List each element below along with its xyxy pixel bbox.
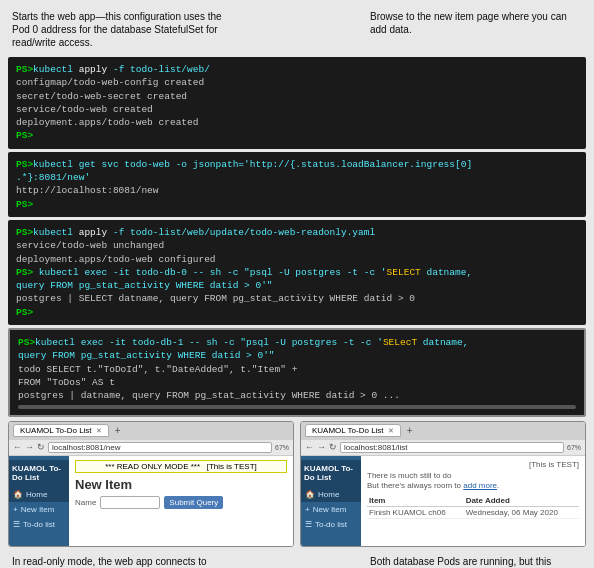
test-label-left: [This is TEST]: [207, 462, 257, 471]
todo-msg-period: .: [497, 481, 499, 490]
todo-msg-line1: There is much still to do: [367, 471, 451, 480]
app-title-left: KUAMOL To-Do List: [9, 460, 69, 487]
callout-bottom-right: Both database Pods are running, but this…: [366, 553, 586, 568]
output-configmap: configmap/todo-web-config created: [16, 77, 204, 88]
browser-screenshots-row: KUAMOL To-Do List ✕ + ← → ↻ localhost:80…: [8, 421, 586, 547]
nav-back-right[interactable]: ←: [305, 442, 314, 452]
sidebar-home-left[interactable]: 🏠 Home: [9, 487, 69, 502]
sidebar-todolist-right[interactable]: ☰ To-do list: [301, 517, 361, 532]
ps-prompt-7: PS>: [16, 307, 33, 318]
newitem-label-left: New Item: [21, 505, 55, 514]
browser-tab-left[interactable]: KUAMOL To-Do List ✕: [13, 424, 109, 437]
readonly-banner-left: *** READ ONLY MODE *** [This is TEST]: [75, 460, 287, 473]
terminal-block-1: PS>kubectl apply -f todo-list/web/ confi…: [8, 57, 586, 149]
cmd-get-svc: kubectl get svc todo-web -o jsonpath='ht…: [33, 159, 472, 170]
plus-icon-right: +: [305, 505, 310, 514]
output-postgres-2: postgres | datname, query FROM pg_stat_a…: [18, 390, 400, 401]
list-icon-right: ☰: [305, 520, 312, 529]
nav-refresh-left[interactable]: ↻: [37, 442, 45, 452]
callout-top-right: Browse to the new item page where you ca…: [366, 8, 586, 51]
readonly-text-left: *** READ ONLY MODE ***: [105, 462, 200, 471]
nav-forward-right[interactable]: →: [317, 442, 326, 452]
sidebar-newitem-right[interactable]: + New Item: [301, 502, 361, 517]
terminal-scrollbar[interactable]: [18, 405, 576, 409]
tab-close-right[interactable]: ✕: [388, 427, 394, 434]
tab-new-left[interactable]: +: [112, 425, 124, 436]
tab-close-left[interactable]: ✕: [96, 427, 102, 434]
list-icon-left: ☰: [13, 520, 20, 529]
cmd-apply-readonly: kubectl apply -f todo-list/web/update/to…: [33, 227, 375, 238]
cmd-exec-db1: kubectl exec -it todo-db-1 -- sh -c "psq…: [35, 337, 468, 348]
browser-nav-right: ← → ↻ localhost:8081/list 67%: [301, 440, 585, 456]
ps-prompt-8: PS>: [18, 337, 35, 348]
zoom-label-right: 67%: [567, 444, 581, 451]
output-todo-select: todo SELECT t."ToDoId", t."DateAdded", t…: [18, 364, 297, 375]
todo-table: Item Date Added Finish KUAMOL ch06 Wedne…: [367, 495, 579, 519]
tab-label-left: KUAMOL To-Do List: [20, 426, 92, 435]
tab-label-right: KUAMOL To-Do List: [312, 426, 384, 435]
col-date: Date Added: [464, 495, 579, 507]
browser-tab-right[interactable]: KUAMOL To-Do List ✕: [305, 424, 401, 437]
output-service: service/todo-web created: [16, 104, 153, 115]
callout-bottom-left: In read-only mode, the web app connects …: [8, 553, 228, 568]
app-main-left: *** READ ONLY MODE *** [This is TEST] Ne…: [69, 456, 293, 546]
output-configured: deployment.apps/todo-web configured: [16, 254, 216, 265]
app-main-right: [This is TEST] There is much still to do…: [361, 456, 585, 546]
submit-query-button[interactable]: Submit Query: [164, 496, 223, 509]
output-deployment: deployment.apps/todo-web created: [16, 117, 198, 128]
browser-tab-bar-left: KUAMOL To-Do List ✕ +: [9, 422, 293, 440]
app-sidebar-right: KUAMOL To-Do List 🏠 Home + New Item ☰ To…: [301, 456, 361, 546]
form-row-left: Name Submit Query: [75, 496, 287, 509]
todolist-label-right: To-do list: [315, 520, 347, 529]
row-item: Finish KUAMOL ch06: [367, 507, 464, 519]
app-content-left: KUAMOL To-Do List 🏠 Home + New Item ☰ To…: [9, 456, 293, 546]
address-bar-left[interactable]: localhost:8081/new: [48, 442, 272, 453]
todo-message: There is much still to do But there's al…: [367, 471, 579, 492]
apply-keyword-2: apply: [79, 227, 108, 238]
home-icon-left: 🏠: [13, 490, 23, 499]
terminal-block-3: PS>kubectl apply -f todo-list/web/update…: [8, 220, 586, 325]
cmd-get-svc-2: .*}:8081/new': [16, 172, 90, 183]
nav-back-left[interactable]: ←: [13, 442, 22, 452]
nav-forward-left[interactable]: →: [25, 442, 34, 452]
table-header-row: Item Date Added: [367, 495, 579, 507]
app-sidebar-left: KUAMOL To-Do List 🏠 Home + New Item ☰ To…: [9, 456, 69, 546]
cmd-exec-db0-2: query FROM pg_stat_activity WHERE datid …: [16, 280, 273, 291]
row-date: Wednesday, 06 May 2020: [464, 507, 579, 519]
address-bar-right[interactable]: localhost:8081/list: [340, 442, 564, 453]
ps-prompt-4: PS>: [16, 199, 33, 210]
terminal-block-2: PS>kubectl get svc todo-web -o jsonpath=…: [8, 152, 586, 217]
home-label-left: Home: [26, 490, 47, 499]
cmd-exec-db1-2: query FROM pg_stat_activity WHERE datid …: [18, 350, 275, 361]
table-row: Finish KUAMOL ch06 Wednesday, 06 May 202…: [367, 507, 579, 519]
callout-bottom-row: In read-only mode, the web app connects …: [8, 553, 586, 568]
output-unchanged: service/todo-web unchanged: [16, 240, 164, 251]
sidebar-newitem-left[interactable]: + New Item: [9, 502, 69, 517]
nav-refresh-right[interactable]: ↻: [329, 442, 337, 452]
app-title-right: KUAMOL To-Do List: [301, 460, 361, 487]
app-content-right: KUAMOL To-Do List 🏠 Home + New Item ☰ To…: [301, 456, 585, 546]
newitem-label-right: New Item: [313, 505, 347, 514]
sidebar-home-right[interactable]: 🏠 Home: [301, 487, 361, 502]
tab-new-right[interactable]: +: [404, 425, 416, 436]
ps-prompt-6: PS>: [16, 267, 33, 278]
add-more-link[interactable]: add more: [463, 481, 497, 490]
zoom-label-left: 67%: [275, 444, 289, 451]
form-name-input[interactable]: [100, 496, 160, 509]
select-keyword-2: SELecT: [383, 337, 417, 348]
new-item-heading: New Item: [75, 477, 287, 492]
select-keyword: SELECT: [387, 267, 421, 278]
ps-prompt-5: PS>: [16, 227, 33, 238]
home-icon-right: 🏠: [305, 490, 315, 499]
col-item: Item: [367, 495, 464, 507]
ps-prompt: PS>: [16, 64, 33, 75]
browser-window-left: KUAMOL To-Do List ✕ + ← → ↻ localhost:80…: [8, 421, 294, 547]
callout-top-left: Starts the web app—this configuration us…: [8, 8, 228, 51]
callout-top-row: Starts the web app—this configuration us…: [8, 8, 586, 51]
todolist-label-left: To-do list: [23, 520, 55, 529]
output-url: http://localhost:8081/new: [16, 185, 159, 196]
ps-prompt-3: PS>: [16, 159, 33, 170]
ps-prompt-2: PS>: [16, 130, 33, 141]
sidebar-todolist-left[interactable]: ☰ To-do list: [9, 517, 69, 532]
browser-nav-left: ← → ↻ localhost:8081/new 67%: [9, 440, 293, 456]
